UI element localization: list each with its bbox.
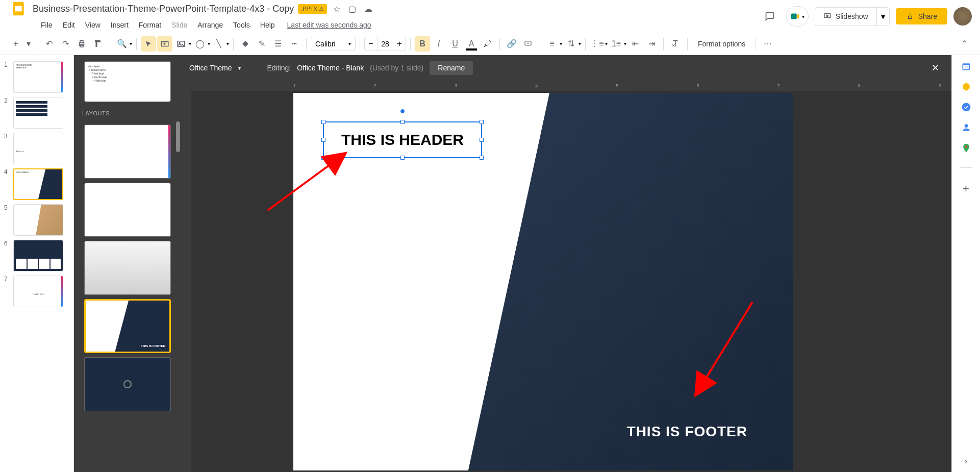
slide-filmstrip: 1PRESENTATIONTEMPLATE 2 3About Us 4THIS … <box>0 55 74 472</box>
bold-button[interactable]: B <box>415 36 430 52</box>
format-options-button[interactable]: Format options <box>692 38 751 50</box>
meet-button[interactable]: ▾ <box>786 6 809 27</box>
contacts-icon[interactable] <box>961 122 971 133</box>
rotation-handle[interactable] <box>400 109 405 113</box>
slide-thumb-2[interactable]: 2 <box>0 95 73 131</box>
svg-point-18 <box>965 145 967 147</box>
theme-scrollbar[interactable] <box>176 121 180 152</box>
select-tool[interactable] <box>141 36 156 52</box>
menu-view[interactable]: View <box>81 19 105 31</box>
border-color-button[interactable]: ✎ <box>254 36 269 52</box>
italic-button[interactable]: I <box>431 36 446 52</box>
insert-link-button[interactable]: 🔗 <box>504 36 519 52</box>
collapse-sidepanel-icon[interactable]: › <box>965 457 967 466</box>
resize-handle-n[interactable] <box>400 120 405 124</box>
share-button[interactable]: Share <box>896 8 947 24</box>
new-slide-button[interactable]: + <box>8 36 23 52</box>
share-label: Share <box>918 12 937 20</box>
layout-thumb-3[interactable] <box>84 241 171 295</box>
star-icon[interactable]: ☆ <box>331 2 342 16</box>
shape-tool[interactable]: ◯▾ <box>192 36 210 52</box>
align-button[interactable]: ≡▾ <box>544 36 562 52</box>
resize-handle-w[interactable] <box>321 138 325 142</box>
layout-thumb-2[interactable] <box>84 183 171 237</box>
menu-tools[interactable]: Tools <box>229 19 254 31</box>
clear-formatting-button[interactable]: T✕ <box>668 36 683 52</box>
move-icon[interactable]: ▢ <box>346 2 358 16</box>
zoom-dropdown[interactable]: 🔍▾ <box>114 36 132 52</box>
text-color-button[interactable]: A <box>464 36 479 52</box>
slide-canvas[interactable]: THIS IS HEADER THIS IS FOOTER <box>293 93 793 470</box>
image-tool[interactable]: ▾ <box>173 36 191 52</box>
paint-format-button[interactable] <box>90 36 106 52</box>
resize-handle-nw[interactable] <box>321 120 325 124</box>
menu-arrange[interactable]: Arrange <box>193 19 227 31</box>
menu-help[interactable]: Help <box>256 19 279 31</box>
numbered-list-button[interactable]: 1≡▾ <box>609 36 626 52</box>
menu-insert[interactable]: Insert <box>107 19 133 31</box>
indent-increase-button[interactable]: ⇥ <box>644 36 659 52</box>
insert-comment-button[interactable] <box>520 36 536 52</box>
slide-thumb-5[interactable]: 5 <box>0 202 73 238</box>
bullet-list-button[interactable]: ⋮≡▾ <box>590 36 608 52</box>
menu-slide[interactable]: Slide <box>167 19 191 31</box>
font-size-decrease[interactable]: − <box>365 39 377 48</box>
slide-thumb-7[interactable]: 7THANK YOU <box>0 274 73 309</box>
keep-icon[interactable] <box>961 82 971 92</box>
more-tools-button[interactable]: ⋯ <box>760 36 775 52</box>
rename-button[interactable]: Rename <box>430 61 473 75</box>
close-editing-icon[interactable]: ✕ <box>927 60 943 76</box>
calendar-icon[interactable]: 31 <box>961 61 971 71</box>
textbox-tool[interactable] <box>157 36 172 52</box>
new-slide-dropdown-icon[interactable]: ▾ <box>24 36 33 52</box>
annotation-arrow-header <box>263 144 355 217</box>
resize-handle-s[interactable] <box>400 156 405 160</box>
svg-text:31: 31 <box>964 65 968 69</box>
maps-icon[interactable] <box>961 143 971 153</box>
menu-edit[interactable]: Edit <box>59 19 79 31</box>
highlight-button[interactable]: 🖍 <box>480 36 495 52</box>
slide-thumb-1[interactable]: 1PRESENTATIONTEMPLATE <box>0 59 73 95</box>
master-thumb[interactable]: • first level • Second level • Third lev… <box>84 61 171 102</box>
footer-text: THIS IS FOOTER <box>627 424 747 440</box>
tasks-icon[interactable] <box>961 102 971 112</box>
add-addon-icon[interactable]: + <box>961 182 971 192</box>
font-size-increase[interactable]: + <box>393 39 406 48</box>
pptx-badge[interactable]: .PPTX ⚠ <box>298 4 327 14</box>
document-title[interactable]: Business-Presentation-Theme-PowerPoint-T… <box>33 4 294 14</box>
theme-panel: • first level • Second level • Third lev… <box>74 55 181 472</box>
resize-handle-e[interactable] <box>480 138 484 142</box>
line-tool[interactable]: ╲▾ <box>211 36 229 52</box>
menu-file[interactable]: File <box>37 19 57 31</box>
redo-button[interactable]: ↷ <box>58 36 73 52</box>
line-spacing-button[interactable]: ⇅▾ <box>563 36 581 52</box>
font-size-control[interactable]: − 28 + <box>364 37 406 51</box>
slideshow-button[interactable]: Slideshow ▾ <box>815 7 890 26</box>
layout-thumb-1[interactable] <box>84 125 171 179</box>
collapse-toolbar-icon[interactable]: ⌃ <box>957 36 972 52</box>
underline-button[interactable]: U <box>447 36 463 52</box>
indent-decrease-button[interactable]: ⇤ <box>627 36 643 52</box>
slide-thumb-3[interactable]: 3About Us <box>0 131 73 166</box>
slide-thumb-6[interactable]: 6 <box>0 238 73 274</box>
comments-icon[interactable] <box>760 6 780 27</box>
resize-handle-se[interactable] <box>480 156 484 160</box>
undo-button[interactable]: ↶ <box>41 36 57 52</box>
slideshow-dropdown-icon[interactable]: ▾ <box>877 12 889 21</box>
resize-handle-ne[interactable] <box>480 120 484 124</box>
user-avatar[interactable] <box>953 7 972 26</box>
slide-thumb-4[interactable]: 4THIS IS HEADER <box>0 166 73 202</box>
border-weight-button[interactable]: ☰ <box>270 36 286 52</box>
border-dash-button[interactable]: ┅ <box>287 36 302 52</box>
cloud-icon[interactable]: ☁ <box>362 2 374 16</box>
svg-rect-1 <box>15 6 21 12</box>
print-button[interactable] <box>74 36 89 52</box>
menu-format[interactable]: Format <box>135 19 165 31</box>
last-edit-link[interactable]: Last edit was seconds ago <box>287 21 371 29</box>
slides-logo[interactable] <box>8 0 29 19</box>
layout-thumb-4-selected[interactable]: THIS IS HEADER THIS IS FOOTER <box>84 299 171 353</box>
fill-color-button[interactable] <box>238 36 253 52</box>
layout-thumb-5[interactable] <box>84 357 171 411</box>
font-size-value[interactable]: 28 <box>377 37 393 51</box>
font-family-select[interactable]: Calibri▾ <box>311 37 356 51</box>
